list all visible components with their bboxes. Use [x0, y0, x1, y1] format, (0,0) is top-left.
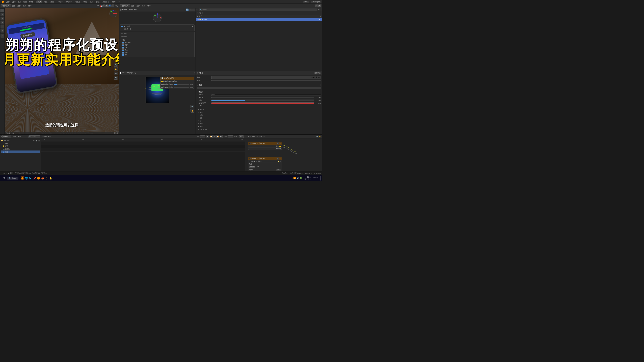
bl-search-input[interactable] [32, 136, 40, 137]
sub-expand8[interactable]: ▶ 自发光/发射 [197, 128, 321, 131]
sol-item-5[interactable]: ▦ 平面 [1, 150, 40, 153]
nav-orbit[interactable]: ⊙ [114, 71, 118, 75]
bnode-select[interactable]: 选择 [252, 135, 255, 138]
copy-node-btn[interactable]: 复制节点 [314, 72, 321, 74]
shading-render[interactable]: ○ [112, 4, 114, 7]
rv-view[interactable]: 视图 [130, 5, 135, 7]
menu-file[interactable]: 文件 [6, 0, 10, 3]
sub-expand5[interactable]: ▶ 光泽 [197, 119, 321, 122]
pos-check[interactable] [122, 47, 124, 49]
taskbar-fox[interactable]: 🦊 [41, 176, 44, 180]
outliner-search[interactable]: 🔍 [199, 8, 317, 11]
tool-annotate[interactable]: ✏ [0, 34, 4, 38]
col-eye[interactable]: 👁 [319, 19, 320, 20]
vp-object-btn[interactable]: 物体 [28, 5, 32, 7]
taskbar-chrome[interactable]: 🌐 [25, 176, 28, 180]
outliner-search-input[interactable] [202, 9, 316, 11]
taskbar-orange[interactable]: 🟠 [37, 176, 40, 180]
bnode-view[interactable]: 视图 [248, 135, 251, 138]
taskbar-twitter[interactable]: 🐦 [29, 176, 32, 180]
img-node-1-prop[interactable]: ⚙ [276, 142, 279, 144]
play-btn[interactable]: ⏵ [213, 135, 216, 138]
bnode-zoom-in[interactable]: 🔍 [316, 136, 318, 137]
ws-texture[interactable]: 纹理绘制 [64, 0, 74, 3]
bl-tab-init[interactable]: 初始 [18, 135, 22, 138]
rv-select[interactable]: 选择 [136, 5, 140, 7]
sol-item-3[interactable]: 💡 灯光 [1, 145, 40, 148]
tray-battery[interactable]: 🔋 [300, 177, 302, 179]
overlay-btn[interactable]: ≡ [115, 5, 116, 7]
img-open-btn[interactable]: 📁 [278, 161, 279, 162]
tool-move[interactable]: ✥ [0, 17, 4, 20]
menu-window[interactable]: 窗口 [23, 0, 27, 3]
z-check[interactable] [122, 44, 124, 46]
img-alpha-value[interactable]: 直接型 [276, 169, 281, 171]
toggle-fullscreen[interactable]: ⛶ [116, 5, 118, 7]
panel-expand[interactable]: ⛶ [192, 8, 195, 11]
sol-item-2[interactable]: ⬡ 型网 [1, 142, 40, 145]
tray-expand[interactable]: ∧ [292, 177, 293, 179]
tag-value[interactable] [211, 80, 321, 81]
nav-camera[interactable]: 📷 [114, 76, 118, 80]
lang-eng[interactable]: ENG [312, 177, 316, 179]
alpha-slider[interactable] [211, 102, 314, 104]
tool-transform[interactable]: ⊞ [0, 29, 4, 32]
ws-geometry[interactable]: 几何节点 [101, 0, 110, 3]
tray-volume[interactable]: 🔊 [296, 177, 299, 179]
snap-icon[interactable]: 🧲 [100, 5, 102, 7]
collection-selected-item[interactable]: ▶ 📁 无分组 👁 [196, 18, 322, 21]
ws-animation[interactable]: 动画 [82, 0, 88, 3]
jump-end-btn[interactable]: ⏭ [220, 135, 223, 138]
subsurface-slider[interactable] [211, 97, 314, 98]
name-value[interactable]: 图像纹理.003 [211, 76, 321, 79]
taskbar-phone[interactable]: 📱 [45, 176, 48, 180]
proportional-icon[interactable]: ⊙ [97, 5, 99, 7]
taskbar-bell[interactable]: 🔔 [49, 176, 52, 180]
add-icon[interactable]: + [320, 9, 321, 11]
shading-solid[interactable]: ◉ [106, 4, 108, 7]
rv-shading-wire[interactable]: ⬡ [315, 4, 318, 7]
base-color-swatch[interactable]: 0.000 [211, 94, 321, 96]
ws-render[interactable]: 渲染 [88, 0, 94, 3]
domain-slider[interactable] [174, 87, 189, 88]
ws-composite[interactable]: 合成 [95, 0, 101, 3]
end-frame-input[interactable] [239, 135, 244, 138]
sol-eye-1[interactable]: 👁 [33, 140, 35, 141]
sub-expand1[interactable]: ▶ 次表面 [197, 108, 321, 111]
bl-mode[interactable]: 图像(渲染) [2, 135, 12, 138]
vp-mode-btn[interactable]: 物体模式 [1, 4, 11, 7]
sub-expand4[interactable]: ▶ 涂料 [197, 117, 321, 119]
all-add-btn[interactable]: + [320, 15, 321, 17]
img-cs-value[interactable]: sRGB [256, 166, 259, 167]
view-checkbox[interactable] [121, 26, 123, 27]
img-node-2-close[interactable]: ✕ [280, 158, 281, 160]
node-hand-btn[interactable]: ✋ [190, 109, 194, 113]
start-frame-input[interactable] [228, 135, 233, 138]
tool-rotate[interactable]: ↺ [0, 21, 4, 24]
taskbar-pin[interactable]: 📌 [33, 176, 36, 180]
render-btn[interactable]: ▶ [189, 8, 192, 11]
sub-expand2[interactable]: ▶ 次光 [197, 111, 321, 114]
vp-select-btn[interactable]: 选择 [17, 5, 22, 7]
ws-add[interactable]: + [117, 0, 121, 3]
taskbar-search[interactable]: 🔍 Search [7, 177, 18, 180]
bnode-hand[interactable]: ✋ [319, 136, 321, 137]
node-close[interactable]: ✕ [194, 72, 195, 74]
rv-object[interactable]: 物体 [146, 5, 151, 7]
menu-edit[interactable]: 编辑 [12, 0, 16, 3]
sub-expand7[interactable]: ▶ 次层 [197, 125, 321, 128]
menu-render[interactable]: 渲染 [18, 0, 21, 3]
bsdf-header[interactable]: ▶ BSDF [197, 91, 321, 93]
ior-slider[interactable] [211, 99, 314, 101]
sub-expand6[interactable]: ▶ 透射 [197, 122, 321, 125]
nav-zoom-in[interactable]: 🔍 [114, 63, 118, 66]
sub-expand3[interactable]: ▶ 金属 [197, 114, 321, 117]
step-back-btn[interactable]: ⏪ [210, 135, 213, 138]
shading-wire[interactable]: ⬡ [102, 4, 105, 7]
timeline-marker-btn[interactable]: 标记 [48, 135, 51, 138]
step-fwd-btn[interactable]: ⏩ [216, 135, 219, 138]
color-opts-btn[interactable]: ⋮ [320, 84, 321, 86]
tool-cursor[interactable]: ⊕ [0, 13, 4, 16]
img-node-2-prop[interactable]: ⚙ [276, 158, 279, 160]
system-clock[interactable]: 10:51 2024-06-11 [304, 176, 311, 180]
